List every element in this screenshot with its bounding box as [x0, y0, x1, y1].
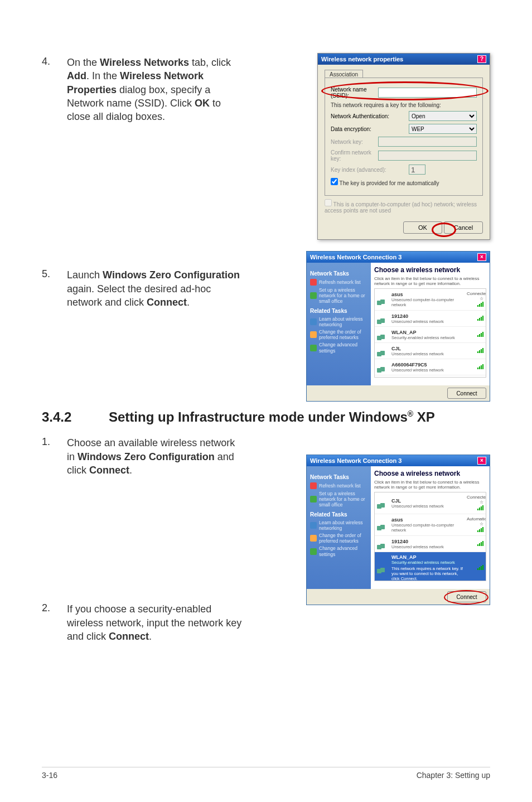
gear-icon [310, 548, 317, 555]
network-icon [377, 519, 388, 530]
network-icon [377, 345, 388, 356]
refresh-icon [310, 279, 317, 286]
confirm-label: Confirm network key: [331, 149, 378, 162]
section-3.4.2-title: 3.4.2 Setting up Infrastructure mode und… [42, 409, 490, 425]
network-item[interactable]: WLAN_APSecurity-enabled wireless network… [375, 552, 486, 581]
network-item[interactable]: CJLUnsecured wireless network [375, 343, 486, 359]
network-item[interactable]: WLAN_APSecurity-enabled wireless network [375, 327, 486, 343]
sidebar-refresh[interactable]: Refresh network list [310, 482, 367, 489]
info-icon [310, 522, 317, 529]
connect-button[interactable]: Connect [447, 388, 486, 399]
key-input [378, 137, 477, 147]
network-icon [377, 313, 388, 324]
wzc-sidebar: Network Tasks Refresh network list Set u… [307, 263, 371, 385]
wzc-titlebar: Wireless Network Connection 3 × [307, 252, 490, 263]
ok-button[interactable]: OK [403, 221, 442, 234]
connect-button[interactable]: Connect [447, 591, 486, 602]
ssid-label: Network name (SSID): [331, 86, 378, 99]
wzc-window-1: Wireless Network Connection 3 × Network … [306, 251, 490, 402]
network-item[interactable]: 191240Unsecured wireless network [375, 311, 486, 327]
page-number: 3-16 [42, 771, 57, 780]
wzc-hint: Click an item in the list below to conne… [374, 276, 486, 286]
enc-label: Data encryption: [331, 126, 409, 132]
wzc-window-2: Wireless Network Connection 3 × Network … [306, 455, 490, 605]
dialog-titlebar: Wireless network properties ? [318, 54, 490, 65]
auto-key-check[interactable]: The key is provided for me automatically [331, 178, 477, 186]
network-icon [377, 361, 388, 373]
sidebar-heading: Network Tasks [310, 270, 367, 277]
network-icon [377, 329, 388, 340]
network-list[interactable]: CJLUnsecured wireless networkConnected ☆… [374, 492, 486, 581]
network-item[interactable]: asusUnsecured computer-to-computer netwo… [375, 289, 486, 311]
wzc-title: Wireless Network Connection 3 [310, 457, 402, 464]
sidebar-heading: Related Tasks [310, 308, 367, 314]
sidebar-heading: Network Tasks [310, 474, 367, 480]
star-icon [310, 331, 317, 338]
key-req-text: This network requires a key for the foll… [331, 102, 477, 108]
step4-text: On the Wireless Networks tab, click Add.… [67, 56, 245, 123]
sidebar-heading: Related Tasks [310, 511, 367, 518]
auth-select[interactable]: Open [409, 111, 477, 121]
gear-icon [310, 345, 317, 351]
confirm-input [378, 151, 477, 161]
antenna-icon [310, 496, 317, 503]
network-item[interactable]: 191240Unsecured wireless network [375, 536, 486, 552]
sidebar-setup[interactable]: Set up a wireless network for a home or … [310, 287, 367, 305]
sidebar-order[interactable]: Change the order of preferred networks [310, 329, 367, 340]
cancel-button[interactable]: Cancel [444, 221, 483, 234]
auto-key-checkbox[interactable] [331, 178, 338, 185]
close-icon[interactable]: × [477, 457, 486, 465]
wzc-heading: Choose a wireless network [374, 470, 486, 477]
wzc-title: Wireless Network Connection 3 [310, 254, 402, 260]
page-footer: 3-16 Chapter 3: Setting up [42, 767, 490, 780]
network-icon [377, 538, 388, 549]
antenna-icon [310, 292, 317, 299]
info-icon [310, 318, 317, 325]
key-label: Network key: [331, 139, 378, 145]
network-item[interactable]: A660064F79C5Unsecured wireless network [375, 359, 486, 375]
step5-text: Launch Windows Zero Configuration again.… [67, 268, 245, 309]
step2-num: 2. [42, 602, 67, 614]
step4-num: 4. [42, 56, 67, 67]
adhoc-check: This is a computer-to-computer (ad hoc) … [325, 199, 483, 214]
network-icon [377, 294, 388, 305]
wireless-properties-dialog: Wireless network properties ? Associatio… [317, 53, 490, 240]
wzc-heading: Choose a wireless network [374, 266, 486, 274]
sidebar-order[interactable]: Change the order of preferred networks [310, 533, 367, 544]
sidebar-advanced[interactable]: Change advanced settings [310, 545, 367, 557]
auth-label: Network Authentication: [331, 113, 409, 119]
wzc-sidebar: Network Tasks Refresh network list Set u… [307, 466, 371, 589]
dialog-title: Wireless network properties [321, 56, 403, 62]
adhoc-checkbox [325, 199, 332, 206]
sidebar-refresh[interactable]: Refresh network list [310, 279, 367, 286]
network-icon [377, 497, 388, 509]
refresh-icon [310, 482, 317, 489]
sidebar-advanced[interactable]: Change advanced settings [310, 342, 367, 353]
step5-num: 5. [42, 268, 67, 280]
sidebar-learn[interactable]: Learn about wireless networking [310, 316, 367, 327]
chapter-label: Chapter 3: Setting up [417, 771, 490, 780]
close-icon[interactable]: × [477, 253, 486, 261]
network-list[interactable]: asusUnsecured computer-to-computer netwo… [374, 288, 486, 378]
sidebar-learn[interactable]: Learn about wireless networking [310, 520, 367, 531]
network-item[interactable]: asusUnsecured computer-to-computer netwo… [375, 514, 486, 536]
enc-select[interactable]: WEP [409, 124, 477, 134]
network-icon [377, 562, 388, 573]
network-item[interactable]: CJLUnsecured wireless networkConnected ☆ [375, 492, 486, 514]
ssid-input[interactable] [378, 88, 477, 98]
wzc-titlebar: Wireless Network Connection 3 × [307, 455, 490, 466]
wzc-hint: Click an item in the list below to conne… [374, 480, 486, 490]
star-icon [310, 535, 317, 542]
step1-num: 1. [42, 436, 67, 448]
close-icon[interactable]: ? [477, 55, 486, 63]
step1-text: Choose an available wireless network in … [67, 436, 245, 477]
index-input [409, 165, 425, 175]
index-label: Key index (advanced): [331, 167, 409, 173]
sidebar-setup[interactable]: Set up a wireless network for a home or … [310, 491, 367, 508]
step2-text: If you choose a security-enabled wireles… [67, 602, 245, 643]
